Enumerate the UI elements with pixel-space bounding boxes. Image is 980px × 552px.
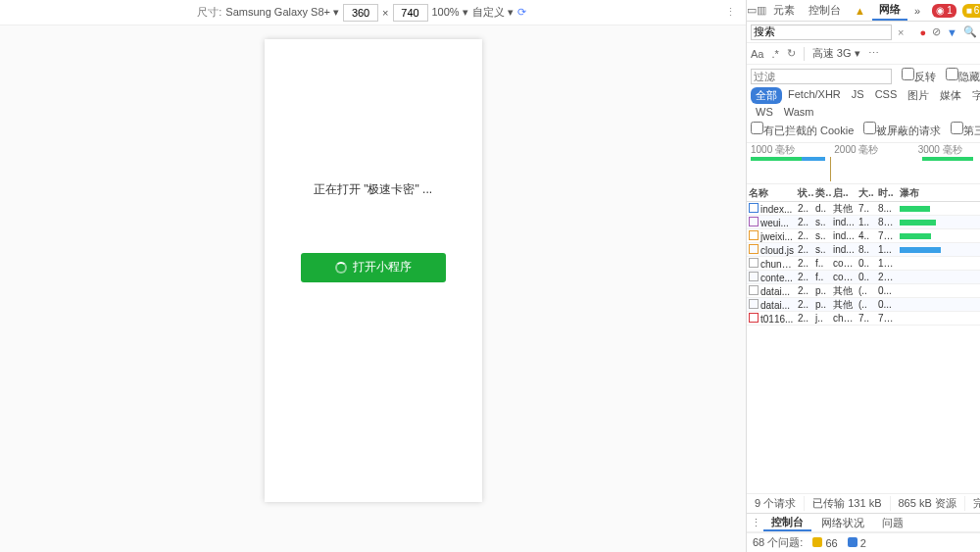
match-case-icon[interactable]: Aa [751, 48, 763, 60]
issues-bar: 68 个问题: 66 2 [747, 532, 980, 552]
device-icon[interactable]: ▥ [757, 4, 766, 17]
col-header[interactable]: 状.. [796, 186, 813, 200]
file-icon [749, 230, 759, 240]
col-header[interactable]: 类.. [813, 186, 831, 200]
type-filter-媒体[interactable]: 媒体 [935, 87, 966, 104]
col-header[interactable]: 瀑布 [898, 186, 980, 200]
clear-search-icon[interactable]: × [898, 26, 904, 38]
clear-icon[interactable]: ⊘ [932, 25, 941, 38]
record-icon[interactable]: ● [919, 26, 926, 38]
device-select[interactable]: Samsung Galaxy S8+ [225, 6, 339, 19]
type-filter-全部[interactable]: 全部 [751, 87, 782, 104]
table-row[interactable]: chunk...2..f..con...0..10... [747, 257, 980, 271]
search-input[interactable] [751, 25, 892, 40]
summary-finish: 完成时… [965, 496, 980, 511]
drawer-tab-issues[interactable]: 问题 [874, 516, 911, 530]
invert-checkbox[interactable]: 反转 [902, 68, 936, 84]
reload-icon[interactable]: ⟳ [517, 6, 526, 19]
blocked-requests-checkbox[interactable]: 被屏蔽的请求 [863, 122, 941, 138]
emulator-canvas: 正在打开 "极速卡密" ... 打开小程序 [0, 25, 746, 552]
throttle-select[interactable]: 高速 3G [812, 46, 860, 61]
col-header[interactable]: 名称 [747, 186, 796, 200]
zoom-select[interactable]: 100% [432, 6, 468, 19]
col-header[interactable]: 大.. [857, 186, 876, 200]
table-row[interactable]: cloud.js2..s..ind...8..1... [747, 243, 980, 257]
blocked-cookies-checkbox[interactable]: 有已拦截的 Cookie [751, 122, 854, 138]
type-filter-JS[interactable]: JS [847, 87, 869, 104]
col-header[interactable]: 启.. [831, 186, 857, 200]
tab-network[interactable]: 网络 [872, 0, 907, 21]
third-party-checkbox[interactable]: 第三方请求 [951, 122, 980, 138]
hide-data-urls-checkbox[interactable]: 隐藏数据网址 [946, 68, 980, 84]
issues-yellow[interactable]: 66 [812, 537, 837, 549]
file-icon [749, 217, 759, 226]
network-summary: 9 个请求 已传输 131 kB 865 kB 资源 完成时… [747, 493, 980, 513]
table-row[interactable]: jweixi...2..s..ind...4..72... [747, 229, 980, 243]
file-icon [749, 258, 759, 268]
more-icon[interactable]: ⋮ [721, 6, 740, 19]
regex-icon[interactable]: .* [771, 48, 778, 60]
file-icon [749, 203, 759, 213]
issues-count: 68 个问题: [753, 535, 803, 550]
inspect-icon[interactable]: ▭ [747, 4, 757, 17]
times-icon: × [382, 7, 388, 19]
file-icon [749, 313, 759, 323]
tab-network-warn-icon: ▲ [848, 0, 872, 21]
table-row[interactable]: t0116...2..j..chu...7..71... [747, 312, 980, 326]
type-filter-图片[interactable]: 图片 [903, 87, 934, 104]
filter-icon[interactable]: ▼ [947, 26, 957, 38]
filter-block: 反转 隐藏数据网址 全部Fetch/XHRJSCSS图片媒体字体文档WSWasm… [747, 65, 980, 143]
type-filter-字体[interactable]: 字体 [967, 87, 980, 104]
opening-text: 正在打开 "极速卡密" ... [314, 181, 432, 198]
table-row[interactable]: weui...2..s..ind...1..81... [747, 216, 980, 229]
devtools-tabs: ▭ ▥ 元素 控制台 ▲ 网络 » ◉ 1 ■ 66 ⚙ ⋮ ✕ [747, 0, 980, 22]
error-badge[interactable]: ◉ 1 [932, 4, 956, 18]
height-input[interactable] [393, 4, 428, 22]
drawer-tab-console[interactable]: 控制台 [763, 515, 811, 531]
wifi-icon[interactable]: ⋯ [868, 47, 879, 60]
file-icon [749, 244, 759, 254]
warn-badge[interactable]: ■ 66 [962, 4, 980, 18]
type-filter-Wasm[interactable]: Wasm [779, 105, 819, 119]
tab-elements[interactable]: 元素 [766, 0, 802, 21]
drawer-tab-netstatus[interactable]: 网络状况 [813, 516, 872, 530]
network-table: 名称状..类..启..大..时..瀑布 index...2..d..其他7..8… [747, 184, 980, 493]
orientation-select[interactable]: 自定义 [472, 5, 514, 20]
open-miniprogram-button[interactable]: 打开小程序 [301, 253, 446, 282]
search-icon[interactable]: 🔍 [963, 25, 977, 38]
filter-input[interactable] [751, 69, 892, 84]
col-header[interactable]: 时.. [876, 186, 898, 200]
type-filter-row: 全部Fetch/XHRJSCSS图片媒体字体文档WSWasm [751, 87, 980, 119]
type-filter-Fetch/XHR[interactable]: Fetch/XHR [783, 87, 846, 104]
table-row[interactable]: conte...2..f..con...0..26... [747, 271, 980, 284]
summary-transferred: 已传输 131 kB [805, 496, 890, 511]
width-input[interactable] [343, 4, 378, 22]
type-filter-WS[interactable]: WS [751, 105, 778, 119]
file-icon [749, 285, 759, 295]
table-row[interactable]: index...2..d..其他7..8... [747, 202, 980, 216]
file-icon [749, 299, 759, 309]
refresh-icon[interactable]: ↻ [787, 47, 796, 60]
throttle-row: Aa .* ↻ 高速 3G ⋯ ⤒ ⤓ [747, 43, 980, 65]
network-toolbar: × ● ⊘ ▼ 🔍 保留日志 停用缓存 [747, 22, 980, 43]
type-filter-CSS[interactable]: CSS [870, 87, 903, 104]
drawer-tabs: ⋮ 控制台 网络状况 问题 × [747, 513, 980, 532]
spinner-icon [335, 262, 347, 274]
table-row[interactable]: datai...2..p..其他(..0... [747, 284, 980, 298]
device-toolbar: 尺寸: Samsung Galaxy S8+ × 100% 自定义 ⟳ ⋮ [0, 0, 746, 25]
drawer-more-icon[interactable]: ⋮ [751, 517, 761, 529]
device-frame: 正在打开 "极速卡密" ... 打开小程序 [265, 39, 482, 502]
tab-console[interactable]: 控制台 [802, 0, 848, 21]
overview-timeline[interactable]: 1000 毫秒2000 毫秒3000 毫秒4000 毫 [747, 143, 980, 184]
tab-more[interactable]: » [907, 0, 927, 21]
summary-requests: 9 个请求 [747, 496, 805, 511]
open-miniprogram-label: 打开小程序 [353, 259, 412, 276]
table-row[interactable]: datai...2..p..其他(..0... [747, 298, 980, 312]
summary-resources: 865 kB 资源 [891, 496, 965, 511]
dimensions-label: 尺寸: [197, 5, 221, 20]
network-table-header: 名称状..类..启..大..时..瀑布 [747, 184, 980, 202]
issues-blue[interactable]: 2 [848, 537, 866, 549]
file-icon [749, 272, 759, 281]
